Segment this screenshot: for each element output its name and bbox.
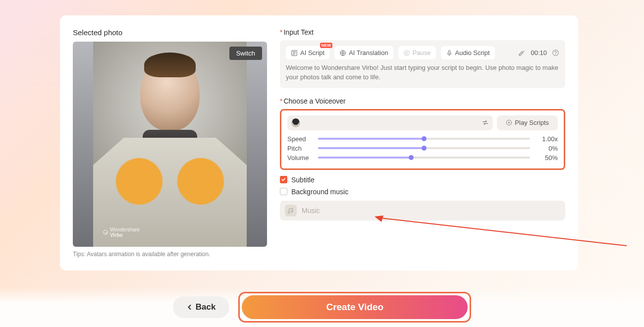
create-video-button[interactable]: Create Video <box>242 295 468 319</box>
clear-icon[interactable] <box>518 49 526 57</box>
watermark: Wondershare Virbo <box>103 227 140 238</box>
speed-label: Speed <box>287 135 312 143</box>
voiceover-label-text: Choose a Voiceover <box>283 97 345 105</box>
svg-point-4 <box>553 50 559 56</box>
voice-selector[interactable] <box>287 115 493 130</box>
svg-point-5 <box>555 54 556 54</box>
duration-text: 00:10 <box>531 49 547 56</box>
voiceover-label: *Choose a Voiceover <box>280 97 565 105</box>
avatar-head <box>140 56 200 131</box>
tips-text: Tips: Avatars animation is available aft… <box>73 251 267 258</box>
script-textarea[interactable]: Welcome to Wondershare Virbo! Just start… <box>286 63 559 82</box>
slider-volume: Volume 50% <box>287 154 558 162</box>
photo-preview: Wondershare Virbo Switch <box>73 42 267 247</box>
music-placeholder: Music <box>302 207 320 215</box>
input-panel: AI Script NEW AI Translation Pause Audio… <box>280 40 565 88</box>
volume-label: Volume <box>287 154 312 162</box>
ai-translation-button[interactable]: AI Translation <box>334 46 393 59</box>
subtitle-label: Subtitle <box>291 176 315 184</box>
subtitle-row[interactable]: Subtitle <box>280 176 565 184</box>
slider-pitch: Pitch 0% <box>287 145 558 152</box>
speed-slider[interactable] <box>318 138 530 140</box>
svg-rect-3 <box>448 50 450 53</box>
switch-button[interactable]: Switch <box>229 47 262 60</box>
watermark-product: Virbo <box>110 232 122 238</box>
pitch-slider[interactable] <box>318 147 530 149</box>
volume-value: 50% <box>536 154 558 162</box>
watermark-brand: Wondershare <box>110 227 140 232</box>
script-icon <box>291 50 298 56</box>
bgm-label: Background music <box>291 188 348 196</box>
pitch-label: Pitch <box>287 145 312 152</box>
help-icon[interactable] <box>552 49 559 56</box>
voice-avatar-icon <box>291 118 300 127</box>
back-button[interactable]: Back <box>173 296 230 318</box>
voiceover-panel: Play Scripts Speed 1.00x Pitch 0% Volume <box>280 109 565 170</box>
subtitle-checkbox[interactable] <box>280 176 287 183</box>
play-scripts-button[interactable]: Play Scripts <box>497 115 558 130</box>
new-badge: NEW <box>320 43 333 48</box>
speed-value: 1.00x <box>536 135 558 143</box>
chevron-left-icon <box>187 304 193 310</box>
photo-image: Wondershare Virbo <box>93 42 247 247</box>
footer: Back Create Video <box>0 287 644 327</box>
slider-speed: Speed 1.00x <box>287 135 558 143</box>
bgm-row[interactable]: Background music <box>280 188 565 196</box>
svg-point-2 <box>404 50 409 55</box>
bgm-checkbox[interactable] <box>280 188 287 195</box>
create-button-highlight: Create Video <box>238 292 471 323</box>
pause-icon <box>403 50 410 56</box>
voiceover-top-row: Play Scripts <box>287 115 558 130</box>
pause-button: Pause <box>398 46 436 59</box>
music-selector[interactable]: Music <box>280 201 565 220</box>
editor-card: Selected photo Wondershare Virbo Switch … <box>60 15 578 271</box>
ai-script-button[interactable]: AI Script NEW <box>286 46 329 59</box>
music-icon <box>285 205 297 217</box>
right-column: *Input Text AI Script NEW AI Translation… <box>280 28 565 258</box>
input-text-label-text: Input Text <box>283 28 313 36</box>
volume-slider[interactable] <box>318 157 530 159</box>
audio-script-button[interactable]: Audio Script <box>441 46 495 59</box>
play-icon <box>506 119 512 126</box>
selected-photo-label: Selected photo <box>73 28 267 37</box>
watermark-icon <box>103 230 108 235</box>
swap-icon <box>482 119 489 126</box>
sliders-group: Speed 1.00x Pitch 0% Volume 50% <box>287 135 558 162</box>
toolbar: AI Script NEW AI Translation Pause Audio… <box>286 46 559 59</box>
pitch-value: 0% <box>536 145 558 152</box>
input-text-label: *Input Text <box>280 28 565 36</box>
left-column: Selected photo Wondershare Virbo Switch … <box>73 28 267 258</box>
globe-icon <box>339 50 346 56</box>
mic-icon <box>446 50 453 56</box>
